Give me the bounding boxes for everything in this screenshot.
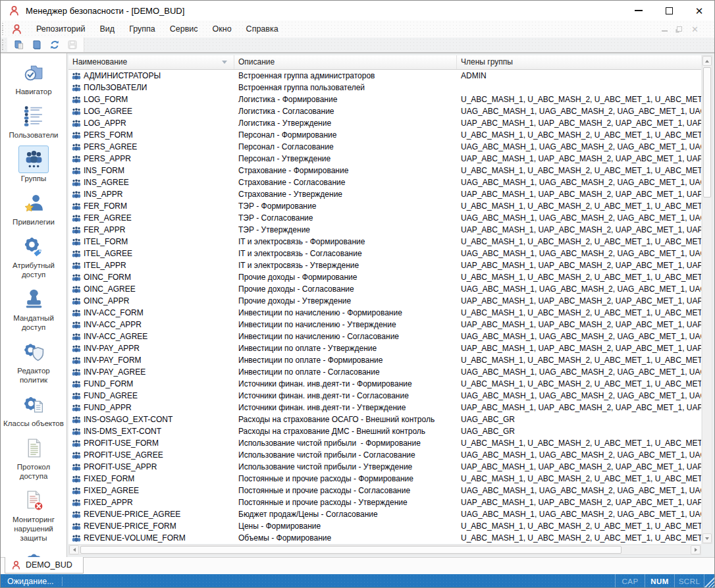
group-name: LOG_AGREE <box>84 105 132 117</box>
menu-item-2[interactable]: Группа <box>122 20 163 38</box>
minimize-button[interactable] <box>623 1 654 20</box>
sidebar-item-privileges[interactable]: Привилегии <box>1 189 66 227</box>
table-row[interactable]: FIXED_AGREEПостоянные и прочие расходы -… <box>68 485 701 496</box>
table-row[interactable]: OINC_AGREEПрочие доходы - СогласованиеUA… <box>68 283 701 295</box>
group-icon <box>72 132 81 139</box>
column-header-members-label: Члены группы <box>461 57 513 67</box>
sidebar-item-violation-monitoring[interactable]: Мониторинг нарушений защиты <box>1 487 66 543</box>
sidebar-item-object-classes[interactable]: Классы объектов <box>1 390 66 428</box>
scroll-right-button[interactable] <box>691 545 701 554</box>
table-row[interactable]: OINC_APPRПрочие доходы - УтверждениеUAP_… <box>68 295 701 307</box>
column-header-name[interactable]: Наименование <box>68 55 234 69</box>
group-name-cell: FIXED_FORM <box>68 473 234 485</box>
sidebar-item-policy-editor[interactable]: Редактор политик <box>1 338 66 385</box>
group-description: Постоянные и прочие расходы - Согласован… <box>234 485 457 496</box>
table-row[interactable]: INV-PAY_AGREEИнвестиции по оплате - Согл… <box>68 366 701 378</box>
toolbar-buttons <box>7 38 84 52</box>
table-row[interactable]: LOG_APPRЛогистика - УтверждениеUAP_ABC_M… <box>68 117 701 129</box>
horizontal-scrollbar[interactable] <box>68 545 701 555</box>
sidebar-item-mandatory-access[interactable]: Мандатный доступ <box>1 285 66 332</box>
table-row[interactable]: FER_AGREEТЭР - СогласованиеUAG_ABC_MASH_… <box>68 212 701 224</box>
group-members: U_ABC_MASH_1, U_ABC_MASH_2, U_ABC_MET_1,… <box>457 94 701 105</box>
table-row[interactable]: PERS_FORMПерсонал - ФормированиеU_ABC_MA… <box>68 129 701 141</box>
menu-item-5[interactable]: Справка <box>239 20 286 38</box>
group-description: Постоянные и прочие расходы - Формирован… <box>234 473 457 485</box>
table-row[interactable]: OINC_FORMПрочие доходы - ФормированиеU_A… <box>68 271 701 283</box>
table-row[interactable]: ITEL_APPRIT и электросвязь - Утверждение… <box>68 259 701 271</box>
group-name-cell: FER_FORM <box>68 200 234 212</box>
table-row[interactable]: ПОЛЬЗОВАТЕЛИВстроенная группа пользовате… <box>68 82 701 94</box>
column-header-name-label: Наименование <box>72 57 127 67</box>
table-row[interactable]: FUND_FORMИсточники финан. инв.деят-ти - … <box>68 378 701 390</box>
sidebar-item-groups[interactable]: Группы <box>1 146 66 183</box>
close-button[interactable]: ✕ <box>684 1 714 20</box>
group-members: UAP_ABC_MASH_1, UAP_ABC_MASH_2, UAP_ABC_… <box>457 319 701 331</box>
table-row[interactable]: PROFIT-USE_APPRИспользование чистой приб… <box>68 461 701 473</box>
table-row[interactable]: INS_FORMСтрахование - ФормированиеU_ABC_… <box>68 165 701 176</box>
table-row[interactable]: REVENUE-PRICE_FORMЦены - ФормированиеU_A… <box>68 520 701 532</box>
group-description: ТЭР - Формирование <box>234 200 457 212</box>
scroll-down-button[interactable] <box>702 533 712 543</box>
column-header-description[interactable]: Описание <box>234 55 457 69</box>
table-row[interactable]: INV-PAY_FORMИнвестиции по оплате - Форми… <box>68 354 701 366</box>
table-row[interactable]: FER_APPRТЭР - УтверждениеUAP_ABC_MASH_1,… <box>68 224 701 236</box>
menu-items: РепозиторийВидГруппаСервисОкноСправка <box>29 20 286 38</box>
table-row[interactable]: FIXED_APPRПостоянные и прочие расходы - … <box>68 496 701 508</box>
vertical-scroll-thumb[interactable] <box>703 67 711 198</box>
group-description: Встроенная группа администраторов <box>234 70 457 82</box>
menu-item-3[interactable]: Сервис <box>163 20 205 38</box>
maximize-button[interactable] <box>654 1 684 20</box>
table-row[interactable]: LOG_FORMЛогистика - ФормированиеU_ABC_MA… <box>68 94 701 105</box>
table-row[interactable]: PROFIT-USE_AGREEИспользование чистой при… <box>68 449 701 461</box>
mdi-close-button[interactable]: ✕ <box>691 25 699 34</box>
repository-button[interactable] <box>28 38 45 51</box>
horizontal-scroll-thumb[interactable] <box>80 546 622 554</box>
table-row[interactable]: INS_APPRСтрахование - УтверждениеUAP_ABC… <box>68 188 701 200</box>
table-row[interactable]: PROFIT-USE_FORMИспользование чистой приб… <box>68 437 701 449</box>
table-row[interactable]: ITEL_FORMIT и электросвязь - Формировани… <box>68 236 701 248</box>
save-button[interactable] <box>63 38 81 51</box>
sidebar-item-navigator[interactable]: Навигатор <box>1 59 66 96</box>
vertical-scrollbar[interactable] <box>702 55 712 544</box>
table-row[interactable]: INV-ACC_FORMИнвестиции по начислению - Ф… <box>68 307 701 319</box>
column-header-members[interactable]: Члены группы <box>457 55 701 69</box>
table-row[interactable]: REVENUE-VOLUME_FORMОбъемы - Формирование… <box>68 532 701 544</box>
sidebar-item-users[interactable]: Пользователи <box>1 102 66 140</box>
group-members: UAP_ABC_MASH_1, UAP_ABC_MASH_2, UAP_ABC_… <box>457 153 701 165</box>
table-row[interactable]: АДМИНИСТРАТОРЫВстроенная группа админист… <box>68 70 701 82</box>
sidebar-item-attribute-access[interactable]: Атрибутный доступ <box>1 232 66 279</box>
table-row[interactable]: INS-OSAGO_EXT-CONTРасходы на страхование… <box>68 414 701 425</box>
scroll-left-button[interactable] <box>69 545 79 554</box>
sidebar-item-service[interactable]: Сервис <box>1 548 66 557</box>
table-row[interactable]: FUND_AGREEИсточники финан. инв.деят-ти -… <box>68 390 701 402</box>
table-row[interactable]: FER_FORMТЭР - ФормированиеU_ABC_MASH_1, … <box>68 200 701 212</box>
table-row[interactable]: INS_AGREEСтрахование - СогласованиеUAG_A… <box>68 176 701 188</box>
group-name: OINC_FORM <box>84 271 131 283</box>
table-row[interactable]: PERS_AGREEПерсонал - СогласованиеUAG_ABC… <box>68 141 701 153</box>
group-name-cell: INV-PAY_APPR <box>68 342 234 354</box>
table-row[interactable]: REVENUE-PRICE_AGREEБюджет продаж/Цены - … <box>68 508 701 520</box>
sidebar-item-access-log[interactable]: Протокол доступа <box>1 434 66 481</box>
table-row[interactable]: PERS_APPRПерсонал - УтверждениеUAP_ABC_M… <box>68 153 701 165</box>
table-row[interactable]: LOG_AGREEЛогистика - СогласованиеUAG_ABC… <box>68 105 701 117</box>
table-row[interactable]: FUND_APPRИсточники финан. инв.деят-ти - … <box>68 402 701 414</box>
sidebar-item-label: Протокол доступа <box>3 462 64 481</box>
scroll-up-button[interactable] <box>702 56 712 66</box>
refresh-button[interactable] <box>45 38 63 51</box>
tab-demo-bud[interactable]: DEMO_BUD <box>5 557 84 574</box>
table-row[interactable]: INS-DMS_EXT-CONTРасходы на страхование Д… <box>68 425 701 437</box>
menu-item-0[interactable]: Репозиторий <box>29 20 93 38</box>
table-row[interactable]: ITEL_AGREEIT и электросвязь - Согласован… <box>68 248 701 259</box>
maximize-icon <box>666 7 673 14</box>
open-repository-button[interactable] <box>10 38 28 51</box>
mdi-restore-button[interactable] <box>677 26 682 33</box>
menu-item-1[interactable]: Вид <box>93 20 122 38</box>
table-row[interactable]: INV-PAY_APPRИнвестиции по оплате - Утвер… <box>68 342 701 354</box>
table-row[interactable]: FIXED_FORMПостоянные и прочие расходы - … <box>68 473 701 485</box>
group-members: UAP_ABC_MASH_1, UAP_ABC_MASH_2, UAP_ABC_… <box>457 496 701 508</box>
table-row[interactable]: INV-ACC_AGREEИнвестиции по начислению - … <box>68 331 701 342</box>
menu-item-4[interactable]: Окно <box>205 20 239 38</box>
table-row[interactable]: INV-ACC_APPRИнвестиции по начислению - У… <box>68 319 701 331</box>
mdi-minimize-button[interactable] <box>662 26 668 33</box>
resize-grip[interactable] <box>704 574 714 588</box>
